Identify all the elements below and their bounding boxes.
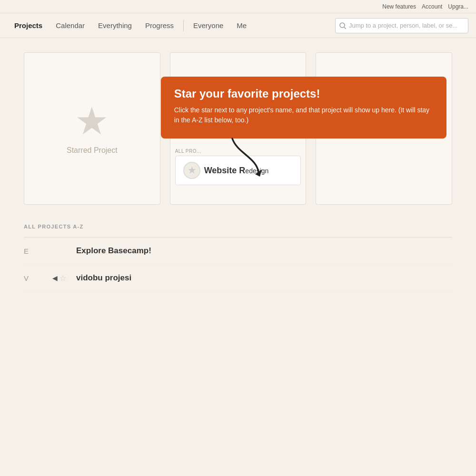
arrow-icon xyxy=(223,134,270,181)
nav-projects[interactable]: Projects xyxy=(8,19,49,32)
cards-grid: ★ Starred Project Star your favorite pro… xyxy=(24,52,452,205)
svg-point-0 xyxy=(340,23,345,28)
tooltip-title: Star your favorite projects! xyxy=(174,87,433,100)
projects-list: E Explore Basecamp! V ◀ ☆ vidobu projesi xyxy=(24,237,452,292)
tooltip-card: Star your favorite projects! Click the s… xyxy=(170,52,307,205)
cursor-icon: ◀ xyxy=(52,274,58,282)
star-circle-highlight: ★ xyxy=(183,162,200,179)
nav-bar: Projects Calendar Everything Progress Ev… xyxy=(0,13,476,38)
project-letter-e: E xyxy=(24,247,52,255)
nav-progress[interactable]: Progress xyxy=(139,19,180,32)
project-star-v: ◀ ☆ xyxy=(52,274,76,283)
top-bar: New features Account Upgra... xyxy=(0,0,476,13)
account-link[interactable]: Account xyxy=(422,3,442,10)
tooltip-overlay: Star your favorite projects! Click the s… xyxy=(161,77,446,139)
all-projects-label: ALL PROJECTS A-Z xyxy=(24,224,452,229)
nav-calendar[interactable]: Calendar xyxy=(49,19,91,32)
new-features-link[interactable]: New features xyxy=(382,3,416,10)
table-row: V ◀ ☆ vidobu projesi xyxy=(24,265,452,292)
starred-project-card: ★ Starred Project xyxy=(24,52,160,205)
search-placeholder: Jump to a project, person, label, or se.… xyxy=(349,22,457,29)
star-button-v[interactable]: ☆ xyxy=(60,274,66,283)
nav-divider xyxy=(183,20,184,31)
search-box[interactable]: Jump to a project, person, label, or se.… xyxy=(335,18,468,33)
upgrade-link[interactable]: Upgra... xyxy=(448,3,468,10)
nav-me[interactable]: Me xyxy=(230,19,253,32)
table-row: E Explore Basecamp! xyxy=(24,238,452,265)
nav-everyone[interactable]: Everyone xyxy=(187,19,230,32)
star-icon-large: ★ xyxy=(75,102,109,140)
project-name-explore[interactable]: Explore Basecamp! xyxy=(76,246,151,256)
starred-project-label: Starred Project xyxy=(67,146,118,155)
tooltip-description: Click the star next to any project's nam… xyxy=(174,105,433,125)
tooltip-brush: Star your favorite projects! Click the s… xyxy=(161,77,446,139)
project-letter-v: V xyxy=(24,274,52,282)
project-name-vidobu[interactable]: vidobu projesi xyxy=(76,273,131,283)
nav-everything[interactable]: Everything xyxy=(91,19,139,32)
search-icon xyxy=(339,22,346,29)
all-projects-section: ALL PROJECTS A-Z E Explore Basecamp! V ◀… xyxy=(24,224,452,292)
main-content: ★ Starred Project Star your favorite pro… xyxy=(0,38,476,306)
svg-line-1 xyxy=(344,27,346,29)
